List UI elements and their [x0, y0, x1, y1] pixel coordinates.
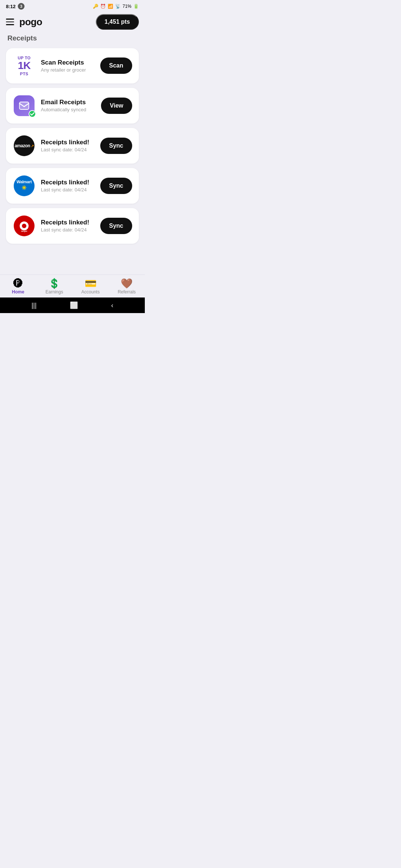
walmart-card: Walmart ✳ Receipts linked! Last sync dat… — [6, 168, 139, 204]
check-badge — [29, 110, 36, 118]
email-svg — [19, 100, 30, 111]
referrals-icon: 🤎 — [121, 279, 133, 288]
amazon-logo: amazon↗ — [14, 135, 35, 156]
scan-receipts-card: UP TO 1K PTS Scan Receipts Any retailer … — [6, 48, 139, 83]
home-icon: 🅟 — [13, 279, 23, 288]
nav-earnings[interactable]: 💲 Earnings — [41, 279, 67, 295]
earnings-icon: 💲 — [48, 279, 60, 288]
amazon-logo-wrapper: amazon↗ — [13, 135, 36, 156]
email-icon-wrapper — [13, 95, 36, 116]
svg-point-4 — [22, 224, 26, 228]
header-left: pogo — [6, 16, 42, 28]
android-back-icon[interactable]: ‹ — [111, 302, 113, 309]
target-card: target Receipts linked! Last sync date: … — [6, 208, 139, 244]
scan-card-title: Scan Receipts — [41, 59, 95, 66]
scan-pts-icon: UP TO 1K PTS — [13, 56, 36, 76]
walmart-card-action: Sync — [100, 178, 132, 194]
battery-icon: 🔋 — [133, 4, 139, 9]
walmart-star: ✳ — [22, 184, 26, 191]
cards-container: UP TO 1K PTS Scan Receipts Any retailer … — [0, 45, 145, 250]
amazon-logo-text: amazon↗ — [14, 143, 33, 148]
svg-text:target: target — [21, 230, 27, 232]
walmart-logo: Walmart ✳ — [14, 175, 35, 196]
scan-pts-wrap: UP TO 1K PTS — [18, 56, 31, 76]
scan-card-action: Scan — [100, 57, 132, 74]
bottom-navigation: 🅟 Home 💲 Earnings 💳 Accounts 🤎 Referrals — [0, 274, 145, 297]
target-card-action: Sync — [100, 218, 132, 234]
walmart-card-info: Receipts linked! Last sync date: 04/24 — [41, 179, 95, 193]
menu-button[interactable] — [6, 19, 14, 25]
email-card-title: Email Receipts — [41, 99, 96, 106]
app-logo: pogo — [19, 16, 42, 28]
android-home-icon[interactable]: ⬜ — [70, 301, 78, 309]
amazon-card-title: Receipts linked! — [41, 139, 95, 146]
amazon-card-subtitle: Last sync date: 04/24 — [41, 147, 95, 152]
pts-label: PTS — [20, 72, 28, 76]
notification-count: 3 — [18, 3, 25, 10]
android-navigation-bar: ||| ⬜ ‹ — [0, 297, 145, 313]
check-svg — [29, 108, 35, 119]
nav-referrals[interactable]: 🤎 Referrals — [114, 279, 140, 295]
pts-amount: 1K — [18, 60, 30, 72]
page-title: Receipts — [0, 34, 145, 45]
android-menu-icon[interactable]: ||| — [32, 302, 37, 309]
target-card-info: Receipts linked! Last sync date: 04/24 — [41, 219, 95, 233]
walmart-card-subtitle: Last sync date: 04/24 — [41, 187, 95, 193]
walmart-text: Walmart — [17, 180, 32, 184]
email-card-action: View — [101, 98, 132, 114]
view-button[interactable]: View — [101, 98, 132, 114]
accounts-label: Accounts — [81, 289, 100, 295]
status-bar: 8:12 3 🔑 ⏰ 📶 📡 71% 🔋 — [0, 0, 145, 11]
walmart-card-title: Receipts linked! — [41, 179, 95, 186]
alarm-icon: ⏰ — [100, 4, 106, 9]
status-icons: 🔑 ⏰ 📶 📡 71% 🔋 — [93, 4, 139, 9]
target-bullseye: target — [17, 218, 32, 233]
home-label: Home — [12, 289, 24, 295]
signal-icon: 📡 — [115, 4, 121, 9]
accounts-icon: 💳 — [85, 279, 97, 288]
walmart-sync-button[interactable]: Sync — [100, 178, 132, 194]
walmart-logo-wrapper: Walmart ✳ — [13, 175, 36, 196]
scan-card-subtitle: Any retailer or grocer — [41, 67, 95, 73]
email-card-info: Email Receipts Automatically synced — [41, 99, 96, 112]
target-card-subtitle: Last sync date: 04/24 — [41, 227, 95, 233]
amazon-card-action: Sync — [100, 138, 132, 154]
target-logo-wrapper: target — [13, 216, 36, 236]
wifi-icon: 📶 — [108, 4, 113, 9]
amazon-card: amazon↗ Receipts linked! Last sync date:… — [6, 128, 139, 164]
amazon-card-info: Receipts linked! Last sync date: 04/24 — [41, 139, 95, 152]
amazon-sync-button[interactable]: Sync — [100, 138, 132, 154]
earnings-label: Earnings — [46, 289, 63, 295]
time-display: 8:12 — [6, 4, 16, 9]
target-logo: target — [14, 216, 35, 236]
email-icon — [14, 95, 35, 116]
scan-card-info: Scan Receipts Any retailer or grocer — [41, 59, 95, 73]
status-time-area: 8:12 3 — [6, 3, 25, 10]
target-card-title: Receipts linked! — [41, 219, 95, 226]
key-icon: 🔑 — [93, 4, 98, 9]
app-header: pogo 1,451 pts — [0, 11, 145, 34]
battery-display: 71% — [123, 4, 131, 9]
target-sync-button[interactable]: Sync — [100, 218, 132, 234]
email-receipts-card: Email Receipts Automatically synced View — [6, 88, 139, 124]
email-card-subtitle: Automatically synced — [41, 107, 96, 112]
svg-rect-0 — [20, 102, 29, 109]
referrals-label: Referrals — [118, 289, 136, 295]
scan-button[interactable]: Scan — [100, 57, 132, 74]
nav-home[interactable]: 🅟 Home — [5, 279, 31, 295]
nav-accounts[interactable]: 💳 Accounts — [78, 279, 104, 295]
points-badge-button[interactable]: 1,451 pts — [96, 14, 139, 30]
